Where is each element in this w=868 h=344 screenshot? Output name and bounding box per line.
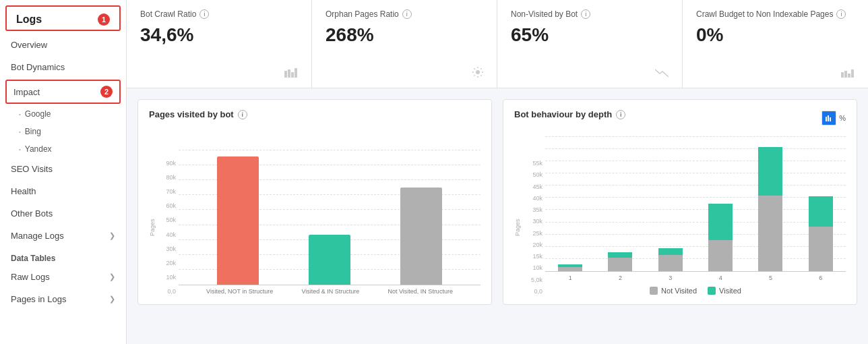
metric-card-non-visited: Non-Visited by Bot i 65% (497, 0, 683, 88)
bot-behaviour-chart-area: Pages 55k 50k 45k 40k 35k 30k 25k 20k 15… (514, 126, 846, 295)
metric-card-bot-crawl-ratio: Bot Crawl Ratio i 34,6% (127, 0, 312, 88)
bot-behaviour-bars (545, 147, 846, 271)
svg-rect-11 (830, 117, 831, 121)
bar-item-visited-in-structure (309, 235, 350, 285)
impact-badge: 2 (100, 86, 113, 98)
bar-not-visited-in-structure (400, 188, 442, 285)
not-visited-segment-6 (809, 227, 833, 271)
stacked-bar-2 (608, 252, 632, 271)
sidebar-item-raw-logs[interactable]: Raw Logs ❯ (0, 266, 126, 288)
sidebar-item-pages-in-logs[interactable]: Pages in Logs ❯ (0, 288, 126, 310)
metric-value-bot-crawl-ratio: 34,6% (140, 24, 298, 46)
stacked-bar-4 (708, 204, 733, 271)
bot-behaviour-y-axis: 55k 50k 45k 40k 35k 30k 25k 20k 15k 10k … (522, 160, 542, 295)
pages-visited-title: Pages visited by bot i (149, 109, 480, 119)
sidebar-item-bot-dynamics[interactable]: Bot Dynamics (0, 56, 126, 78)
sidebar-item-other-bots[interactable]: Other Bots (0, 202, 126, 225)
sidebar-item-seo-visits[interactable]: SEO Visits (0, 158, 126, 180)
sidebar-item-health[interactable]: Health (0, 180, 126, 202)
trending-down-icon (655, 68, 669, 80)
metric-card-crawl-budget: Crawl Budget to Non Indexable Pages i 0% (683, 0, 868, 88)
metric-value-non-visited: 65% (511, 24, 669, 46)
pages-visited-bars (179, 156, 480, 285)
bot-chart-header: Bot behaviour by depth i % (514, 109, 846, 126)
metric-title-bot-crawl-ratio: Bot Crawl Ratio i (140, 9, 298, 19)
sidebar-sub-item-yandex[interactable]: Yandex (0, 140, 126, 158)
x-label-not-visited-in: Not Visited, IN Structure (388, 288, 453, 295)
info-icon-non-visited[interactable]: i (581, 9, 590, 19)
info-icon-orphan[interactable]: i (402, 9, 412, 19)
data-tables-label: Data Tables (0, 247, 126, 266)
svg-rect-9 (826, 117, 827, 121)
metric-card-orphan-pages: Orphan Pages Ratio i 268% (312, 0, 497, 88)
bot-behaviour-chart: Bot behaviour by depth i % Pages (503, 99, 857, 305)
info-icon-crawl-budget[interactable]: i (836, 9, 846, 19)
settings-icon (472, 67, 483, 80)
sidebar-sub-item-google[interactable]: Google (0, 105, 126, 123)
manage-logs-arrow-icon: ❯ (109, 231, 115, 240)
info-icon-bot-crawl[interactable]: i (199, 9, 209, 19)
bar-chart-icon (284, 68, 298, 80)
x-label-visited-in: Visited & IN Structure (301, 288, 359, 295)
metric-value-orphan-pages: 268% (326, 24, 483, 46)
main-content: Bot Crawl Ratio i 34,6% Orphan Pages Rat… (127, 0, 868, 344)
legend-visited: Visited (708, 287, 741, 295)
metric-title-orphan-pages: Orphan Pages Ratio i (326, 9, 483, 19)
legend-not-visited: Not Visited (650, 287, 697, 295)
sidebar: Logs 1 Overview Bot Dynamics Impact 2 Go… (0, 0, 127, 344)
sidebar-sub-item-bing[interactable]: Bing (0, 123, 126, 140)
svg-rect-8 (851, 69, 854, 78)
sidebar-item-overview[interactable]: Overview (0, 34, 126, 56)
sidebar-item-impact[interactable]: Impact 2 (5, 80, 121, 104)
bot-behaviour-bars-container: 1 2 3 4 5 6 Not Visited (545, 136, 846, 295)
bot-behaviour-title: Bot behaviour by depth i (514, 109, 625, 119)
svg-rect-10 (828, 115, 829, 121)
svg-rect-6 (844, 71, 847, 78)
bot-behaviour-y-label: Pages (514, 160, 521, 295)
info-icon-pages-visited[interactable]: i (238, 110, 247, 119)
metric-title-crawl-budget: Crawl Budget to Non Indexable Pages i (696, 9, 855, 19)
svg-rect-3 (294, 68, 297, 78)
chart-bar-icon-btn[interactable] (822, 111, 836, 125)
stacked-bar-6 (809, 196, 833, 271)
pages-visited-chart: Pages visited by bot i Pages 90k 80k 70k… (137, 99, 492, 305)
pages-visited-y-axis: 90k 80k 70k 60k 50k 40k 30k 20k 10k 0,0 (157, 160, 176, 295)
not-visited-segment-2 (608, 258, 632, 271)
info-icon-bot-behaviour[interactable]: i (616, 110, 625, 119)
sidebar-logo-title: Logs (16, 13, 42, 26)
x-label-visited-not: Visited, NOT in Structure (206, 288, 273, 295)
svg-rect-7 (848, 74, 850, 78)
sidebar-logo-badge: 1 (98, 13, 110, 26)
stacked-bar-5 (758, 147, 782, 271)
pages-in-logs-arrow-icon: ❯ (109, 295, 115, 304)
svg-rect-5 (841, 72, 844, 78)
bot-behaviour-x-labels: 1 2 3 4 5 6 (545, 272, 846, 281)
visited-segment-3 (658, 248, 683, 255)
svg-point-4 (476, 70, 480, 74)
grid-line (179, 150, 480, 150)
bot-behaviour-legend: Not Visited Visited (545, 287, 846, 295)
not-visited-segment-4 (708, 240, 733, 271)
not-visited-segment-3 (658, 255, 683, 271)
metric-cards: Bot Crawl Ratio i 34,6% Orphan Pages Rat… (127, 0, 868, 88)
pages-visited-bars-container: Visited, NOT in Structure Visited & IN S… (179, 150, 480, 295)
chart-percent-toggle[interactable]: % (839, 114, 846, 122)
pages-visited-x-labels: Visited, NOT in Structure Visited & IN S… (179, 285, 480, 295)
chart-controls: % (822, 111, 846, 125)
not-visited-segment-5 (758, 196, 782, 271)
legend-not-visited-dot (650, 287, 658, 295)
svg-rect-2 (291, 72, 294, 78)
sidebar-logo[interactable]: Logs 1 (5, 5, 121, 31)
bar-visited-in-structure (309, 235, 350, 285)
svg-rect-1 (288, 69, 290, 78)
metric-title-non-visited: Non-Visited by Bot i (511, 9, 669, 19)
visited-segment-6 (809, 196, 833, 227)
bar-chart-2-icon (841, 68, 855, 80)
visited-segment-4 (708, 204, 733, 240)
metric-value-crawl-budget: 0% (696, 24, 855, 46)
pages-visited-grid (179, 150, 480, 285)
pages-visited-chart-area: Pages 90k 80k 70k 60k 50k 40k 30k 20k 10… (149, 126, 480, 295)
legend-visited-dot (708, 287, 716, 295)
pages-visited-y-label: Pages (149, 160, 156, 295)
sidebar-item-manage-logs[interactable]: Manage Logs ❯ (0, 225, 126, 247)
